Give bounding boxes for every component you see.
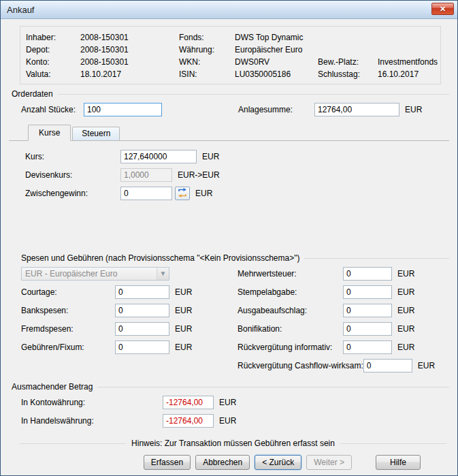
fee-label: Rückvergütung informativ: [238, 343, 343, 352]
rueckverguetung-cashflow-input[interactable] [363, 359, 412, 372]
currency-unit: EUR [175, 306, 192, 315]
gebuehren-fixum-input[interactable] [115, 340, 169, 354]
currency-unit: EUR [397, 306, 414, 315]
orderdaten-header: Orderdaten [12, 89, 449, 99]
field-label: Währung: [179, 45, 235, 54]
info-row: Konto: 2008-150301 WKN: DWS0RV Bew.-Plat… [26, 56, 435, 68]
hint-row: Hinweis: Zur Transaktion müssen Gebühren… [20, 439, 446, 448]
tab-steuern[interactable]: Steuern [72, 127, 120, 140]
tabstrip: Kurse Steuern [9, 125, 449, 141]
fremdspesen-input[interactable] [115, 322, 169, 336]
currency-unit: EUR [397, 287, 414, 297]
currency-unit: EUR [397, 269, 414, 279]
currency-unit: EUR [405, 105, 422, 114]
stempelabgabe-input[interactable] [343, 285, 392, 299]
fee-row: Rückvergütung Cashflow-wirksam: EUR [238, 359, 449, 372]
weiter-button[interactable]: Weiter > [306, 455, 352, 470]
currency-unit: EUR [219, 416, 236, 426]
anlagesumme-input[interactable] [314, 103, 399, 116]
spesen-left-column: EUR - Europäischer Euro ▼ Courtage: EUR … [21, 267, 238, 377]
rueckverguetung-informativ-input[interactable] [343, 340, 392, 354]
fee-row: Bonifikation: EUR [238, 322, 449, 336]
field-value: DWS Top Dynamic [235, 33, 318, 42]
fee-label: Rückvergütung Cashflow-wirksam: [238, 361, 363, 370]
info-row: Valuta: 18.10.2017 ISIN: LU0350005186 Sc… [26, 68, 435, 80]
field-value: 2008-150301 [80, 45, 179, 54]
ausmachender-betrag-section: Ausmachender Betrag In Kontowährung: EUR… [9, 377, 449, 432]
field-label: Depot: [26, 45, 80, 54]
hilfe-button[interactable]: Hilfe [376, 455, 421, 470]
currency-unit: EUR [175, 343, 192, 352]
field-value: DWS0RV [235, 57, 318, 67]
kontowaehrung-amount [163, 396, 214, 409]
field-label: Fonds: [179, 33, 235, 42]
divider [304, 258, 449, 259]
bankspesen-input[interactable] [115, 304, 169, 317]
currency-combobox-row: EUR - Europäischer Euro ▼ [21, 267, 238, 281]
divider [20, 443, 126, 444]
zurueck-button[interactable]: < Zurück [255, 455, 301, 470]
anzahl-stuecke-input[interactable] [84, 103, 162, 116]
currency-unit: EUR [397, 343, 414, 352]
mehrwertsteuer-input[interactable] [343, 267, 392, 281]
fee-row: Fremdspesen: EUR [21, 322, 238, 336]
kurse-tab-pane: Kurs: EUR Devisenkurs: EUR->EUR Zwischen… [9, 141, 449, 249]
hint-text: Hinweis: Zur Transaktion müssen Gebühren… [131, 439, 335, 448]
kurs-input[interactable] [120, 150, 197, 163]
order-row: Anzahl Stücke: Anlagesumme: EUR [21, 103, 449, 116]
field-label: Konto: [26, 57, 80, 67]
field-value: Investmentfonds [378, 57, 438, 67]
kontowaehrung-label: In Kontowährung: [21, 398, 163, 407]
abbrechen-button[interactable]: Abbrechen [195, 455, 250, 470]
anzahl-stuecke-label: Anzahl Stücke: [21, 105, 84, 114]
currency-unit: EUR [418, 361, 435, 370]
orderdaten-section: Orderdaten Anzahl Stücke: Anlagesumme: E… [9, 84, 449, 118]
fee-label: Ausgabeaufschlag: [238, 306, 343, 315]
field-value: LU0350005186 [235, 69, 318, 79]
button-bar: Erfassen Abbrechen < Zurück Weiter > Hil… [9, 455, 449, 470]
dialog-content: Inhaber: 2008-150301 Fonds: DWS Top Dyna… [1, 19, 457, 475]
spesen-header: Spesen und Gebühren (nach Provisionssche… [21, 253, 449, 263]
info-row: Depot: 2008-150301 Währung: Europäischer… [26, 44, 435, 56]
fee-row: Mehrwertsteuer: EUR [238, 267, 449, 281]
currency-unit: EUR [202, 152, 219, 161]
section-title: Orderdaten [12, 89, 53, 99]
chevron-down-icon: ▼ [157, 268, 169, 280]
fee-label: Bankspesen: [21, 306, 115, 315]
position-info-box: Inhaber: 2008-150301 Fonds: DWS Top Dyna… [20, 26, 441, 84]
spesen-grid: EUR - Europäischer Euro ▼ Courtage: EUR … [21, 267, 449, 377]
fee-row: Stempelabgabe: EUR [238, 285, 449, 299]
titlebar[interactable]: Ankauf ✕ [1, 1, 457, 19]
section-title: Spesen und Gebühren (nach Provisionssche… [21, 253, 299, 263]
currency-combobox[interactable]: EUR - Europäischer Euro ▼ [21, 267, 169, 281]
courtage-input[interactable] [115, 285, 169, 299]
divider [97, 387, 449, 387]
close-button[interactable]: ✕ [431, 3, 454, 15]
ausmachend-rows: In Kontowährung: EUR In Handelswährung: … [21, 396, 449, 428]
field-label: ISIN: [179, 69, 235, 79]
fee-label: Gebühren/Fixum: [21, 343, 115, 352]
handelswaehrung-label: In Handelswährung: [21, 416, 163, 426]
fee-label: Stempelabgabe: [238, 287, 343, 297]
currency-unit: EUR->EUR [178, 170, 220, 180]
currency-unit: EUR [397, 324, 414, 334]
zwischengewinn-input[interactable] [120, 187, 172, 200]
kurs-row: Kurs: EUR [25, 150, 449, 163]
info-row: Inhaber: 2008-150301 Fonds: DWS Top Dyna… [26, 31, 435, 44]
spesen-section: Spesen und Gebühren (nach Provisionssche… [9, 249, 449, 377]
ausmachender-betrag-header: Ausmachender Betrag [12, 382, 449, 392]
handelswaehrung-amount [163, 414, 214, 428]
amount-row: In Kontowährung: EUR [21, 396, 449, 409]
tab-kurse[interactable]: Kurse [28, 125, 71, 141]
anlagesumme-label: Anlagesumme: [238, 105, 314, 114]
field-value: Europäischer Euro [235, 45, 318, 54]
field-value: 2008-150301 [80, 33, 179, 42]
close-icon: ✕ [440, 5, 446, 13]
erfassen-button[interactable]: Erfassen [144, 455, 191, 470]
currency-exchange-button[interactable] [175, 187, 190, 200]
ausgabeaufschlag-input[interactable] [343, 304, 392, 317]
currency-unit: EUR [219, 398, 236, 407]
field-label: Schlusstag: [318, 69, 378, 79]
bonifikation-input[interactable] [343, 322, 392, 336]
field-value: 16.10.2017 [378, 69, 435, 79]
